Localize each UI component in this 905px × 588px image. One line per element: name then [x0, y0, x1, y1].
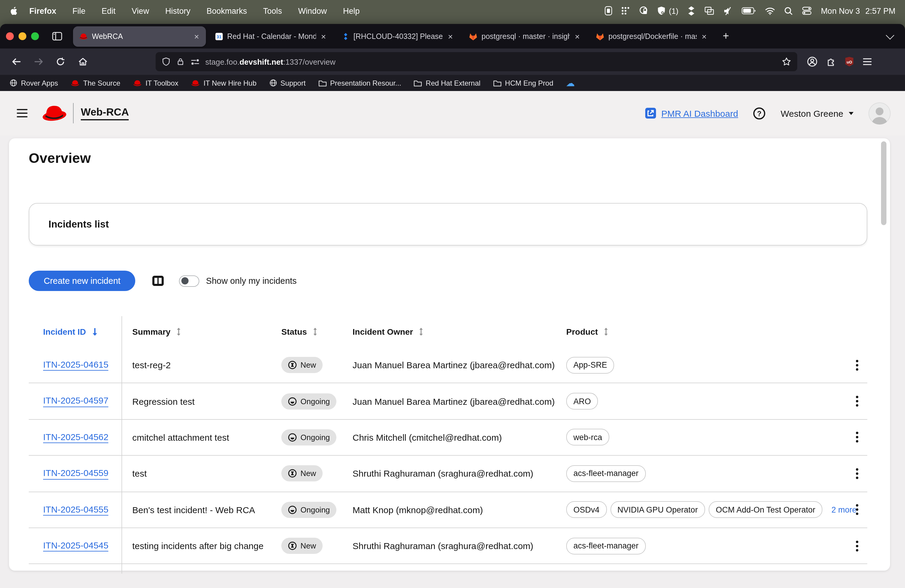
tab-4[interactable]: postgresql · master · insights-pl× [462, 26, 586, 46]
bookmark-cloud[interactable]: ☁ [566, 78, 575, 87]
tab-1[interactable]: WebRCA× [73, 26, 206, 46]
create-incident-button[interactable]: Create new incident [29, 271, 135, 291]
kebab-menu-button[interactable] [850, 358, 864, 372]
onepassword-icon[interactable] [638, 6, 648, 16]
close-window-button[interactable] [6, 33, 13, 40]
column-header-incident-id[interactable]: Incident ID [29, 316, 122, 347]
url-bar[interactable]: stage.foo.devshift.net:1337/overview [156, 52, 797, 71]
user-menu[interactable]: Weston Greene [781, 108, 854, 118]
avatar[interactable] [868, 102, 891, 124]
tab-5[interactable]: postgresql/Dockerfile · master ·× [589, 26, 713, 46]
menu-item-window[interactable]: Window [298, 6, 327, 15]
forward-button[interactable] [29, 53, 47, 71]
connection-security-lock-icon[interactable] [176, 57, 185, 67]
close-tab-icon[interactable]: × [448, 32, 453, 41]
bookmark-star-icon[interactable] [782, 57, 791, 67]
stack-icon[interactable] [687, 6, 696, 16]
shield-notification-icon[interactable] [657, 6, 665, 16]
help-icon[interactable]: ? [753, 107, 765, 119]
extensions-puzzle-icon[interactable] [826, 57, 836, 67]
column-header-product[interactable]: Product [566, 327, 846, 337]
kebab-menu-button[interactable] [850, 431, 864, 444]
menu-item-view[interactable]: View [132, 6, 149, 15]
brand-link[interactable]: Web-RCA [81, 106, 129, 120]
incident-id-link[interactable]: ITN-2025-04559 [43, 468, 108, 479]
dots-grid-icon[interactable] [621, 6, 629, 15]
sort-icon[interactable] [313, 327, 318, 336]
new-tab-button[interactable]: + [723, 30, 729, 43]
tracking-protection-shield-icon[interactable] [162, 57, 171, 67]
bookmark-it-toolbox[interactable]: IT Toolbox [133, 79, 178, 87]
close-tab-icon[interactable]: × [574, 32, 580, 41]
menu-item-help[interactable]: Help [343, 6, 360, 15]
reload-button[interactable] [51, 53, 70, 71]
kebab-menu-button[interactable] [850, 539, 864, 552]
status-new-icon [288, 361, 297, 369]
close-tab-icon[interactable]: × [321, 32, 327, 41]
bookmark-presentation-resour-[interactable]: Presentation Resour... [318, 79, 401, 87]
menu-item-bookmarks[interactable]: Bookmarks [206, 6, 247, 15]
screen-mirroring-icon[interactable] [705, 6, 714, 15]
menu-item-file[interactable]: File [72, 6, 86, 15]
control-center-icon[interactable] [802, 6, 812, 15]
incident-id-link[interactable]: ITN-2025-04545 [43, 540, 108, 552]
column-header-status[interactable]: Status [281, 327, 352, 337]
kebab-menu-button[interactable] [850, 394, 864, 408]
bookmark-it-new-hire-hub[interactable]: IT New Hire Hub [191, 79, 256, 87]
bookmark-hcm-eng-prod[interactable]: HCM Eng Prod [493, 79, 553, 87]
menu-bar-clock[interactable]: Mon Nov 3 2:57 PM [821, 6, 895, 15]
actions-row: Create new incident Show only my inciden… [29, 271, 297, 291]
incident-id-cell: ITN-2025-04597 [29, 383, 122, 419]
close-tab-icon[interactable]: × [701, 32, 707, 41]
ublock-origin-icon[interactable]: uO [845, 57, 854, 67]
tab-2[interactable]: 31Red Hat - Calendar - Monday, N× [209, 26, 332, 46]
kebab-menu-button[interactable] [850, 467, 864, 480]
column-header-summary[interactable]: Summary [122, 327, 281, 337]
sort-icon[interactable] [176, 327, 181, 336]
menu-item-edit[interactable]: Edit [102, 6, 116, 15]
minimize-window-button[interactable] [19, 33, 26, 40]
account-icon[interactable] [807, 56, 818, 67]
menu-item-firefox[interactable]: Firefox [29, 6, 56, 15]
bookmark-rover-apps[interactable]: Rover Apps [10, 79, 58, 87]
list-all-tabs-button[interactable] [887, 35, 893, 38]
battery-icon[interactable] [742, 7, 756, 14]
bookmark-red-hat-external[interactable]: Red Hat External [414, 79, 481, 87]
zoom-window-button[interactable] [31, 33, 39, 40]
app-menu-hamburger-icon[interactable] [862, 57, 872, 66]
wifi-icon[interactable] [765, 7, 775, 15]
sidebar-toggle-icon[interactable] [52, 32, 62, 41]
permissions-icon[interactable] [191, 57, 200, 66]
nav-hamburger-icon[interactable] [17, 109, 27, 117]
kebab-menu-button[interactable] [850, 503, 864, 516]
incident-id-link[interactable]: ITN-2025-04555 [43, 504, 108, 516]
incident-id-link[interactable]: ITN-2025-04597 [43, 396, 108, 407]
spotlight-search-icon[interactable] [784, 6, 793, 15]
card-title: Incidents list [49, 219, 109, 230]
bookmark-the-source[interactable]: The Source [71, 79, 120, 87]
incident-id-link[interactable]: ITN-2025-04562 [43, 431, 108, 443]
sort-icon[interactable] [418, 327, 424, 336]
manage-columns-icon[interactable] [152, 275, 164, 286]
menu-item-history[interactable]: History [165, 6, 191, 15]
url-text: stage.foo.devshift.net:1337/overview [205, 57, 335, 66]
privacy-screen-icon[interactable] [604, 6, 612, 16]
calendar-favicon-icon: 31 [214, 32, 223, 40]
pmr-ai-dashboard-link[interactable]: PMR AI Dashboard [645, 108, 738, 119]
bookmark-support[interactable]: Support [269, 79, 306, 87]
close-tab-icon[interactable]: × [194, 32, 200, 41]
scrollbar-thumb[interactable] [881, 141, 886, 225]
incident-id-link[interactable]: ITN-2025-04615 [43, 359, 108, 371]
apple-menu-icon[interactable] [10, 6, 17, 16]
menu-item-tools[interactable]: Tools [263, 6, 282, 15]
back-button[interactable] [7, 53, 25, 71]
home-button[interactable] [74, 53, 92, 71]
mute-icon[interactable] [723, 6, 733, 15]
my-incidents-toggle[interactable] [179, 275, 199, 286]
sort-desc-icon[interactable] [91, 327, 98, 336]
bookmark-label: IT Toolbox [145, 79, 178, 87]
product-cell: OSDv4NVIDIA GPU OperatorOCM Add-On Test … [566, 492, 846, 528]
column-header-incident-owner[interactable]: Incident Owner [352, 327, 566, 337]
tab-3[interactable]: [RHCLOUD-40332] Please supp× [335, 26, 459, 46]
sort-icon[interactable] [603, 327, 609, 336]
